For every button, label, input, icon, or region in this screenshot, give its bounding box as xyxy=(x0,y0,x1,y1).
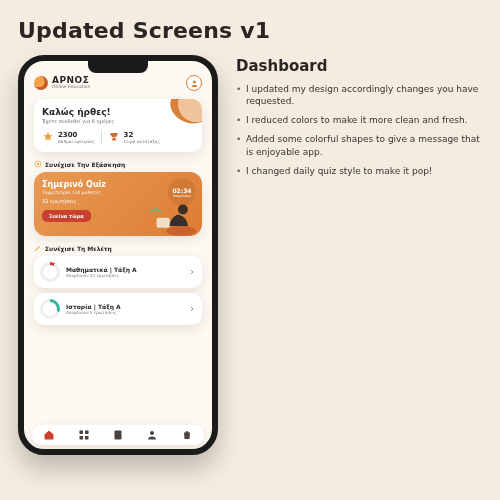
svg-point-5 xyxy=(178,205,188,215)
avatar-button[interactable] xyxy=(186,75,202,91)
quiz-timer-label: απομένουν xyxy=(173,194,191,198)
tab-profile[interactable] xyxy=(145,428,159,442)
star-icon xyxy=(42,131,54,143)
home-icon xyxy=(43,429,55,441)
progress-ring: 30% xyxy=(40,299,60,319)
user-icon xyxy=(190,79,199,88)
profile-icon xyxy=(146,429,158,441)
side-bullet: Added some colorful shapes to give a mes… xyxy=(236,133,482,157)
section-study-label: Συνέχισε Τη Μελέτη xyxy=(45,245,112,252)
divider xyxy=(101,130,102,144)
side-panel: Dashboard I updated my design accordingl… xyxy=(236,55,482,184)
progress-pct: 30% xyxy=(40,299,60,319)
section-practice-label: Συνέχισε Την Εξάσκηση xyxy=(45,161,125,168)
screen: ΑΡΝΟΣ Online Education Καλώς ήρθες! Έχετ… xyxy=(24,61,212,449)
tab-notes[interactable] xyxy=(111,428,125,442)
svg-point-11 xyxy=(150,431,154,435)
phone-frame: ΑΡΝΟΣ Online Education Καλώς ήρθες! Έχετ… xyxy=(18,55,218,455)
svg-rect-4 xyxy=(156,218,169,228)
brand-sub: Online Education xyxy=(52,85,90,90)
study-sub: Απομένουν 12 ερωτήσεις xyxy=(66,273,182,278)
stat-xp-value: 2300 xyxy=(58,131,95,139)
svg-rect-7 xyxy=(85,431,89,435)
study-title: Ιστορία | Τάξη Α xyxy=(66,303,182,310)
study-row[interactable]: 30%Ιστορία | Τάξη ΑΑπομένουν 5 ερωτήσεις xyxy=(34,293,202,325)
stat-rank: 32 Σειρά κατάταξης xyxy=(108,131,160,144)
stage: ΑΡΝΟΣ Online Education Καλώς ήρθες! Έχετ… xyxy=(18,55,482,455)
welcome-sub: Έχετε συνδεθεί για 6 ημέρες xyxy=(42,118,194,124)
progress-ring: 8% xyxy=(40,262,60,282)
brand: ΑΡΝΟΣ Online Education xyxy=(34,76,90,90)
svg-rect-8 xyxy=(79,436,83,440)
stat-xp-label: Βαθμοί εμπειρίας xyxy=(58,139,95,144)
svg-point-0 xyxy=(193,80,196,83)
chevron-right-icon xyxy=(188,268,196,277)
section-practice: Συνέχισε Την Εξάσκηση xyxy=(34,160,202,168)
progress-pct: 8% xyxy=(40,262,60,282)
daily-quiz-card[interactable]: Σημερινό Quiz Συμμετείχαν 120 μαθητές 32… xyxy=(34,172,202,236)
svg-rect-6 xyxy=(79,431,83,435)
side-bullet: I changed daily quiz style to make it po… xyxy=(236,165,482,177)
side-heading: Dashboard xyxy=(236,57,482,75)
stat-rank-label: Σειρά κατάταξης xyxy=(124,139,160,144)
notes-icon xyxy=(112,429,124,441)
bag-icon xyxy=(181,429,193,441)
section-study: Συνέχισε Τη Μελέτη xyxy=(34,244,202,252)
chevron-right-icon xyxy=(188,305,196,314)
stat-rank-value: 32 xyxy=(124,131,160,139)
study-row[interactable]: 8%Μαθηματικά | Τάξη ΑΑπομένουν 12 ερωτήσ… xyxy=(34,256,202,288)
study-title: Μαθηματικά | Τάξη Α xyxy=(66,266,182,273)
trophy-icon xyxy=(108,131,120,143)
app-header: ΑΡΝΟΣ Online Education xyxy=(34,75,202,91)
stat-xp: 2300 Βαθμοί εμπειρίας xyxy=(42,131,95,144)
welcome-card: Καλώς ήρθες! Έχετε συνδεθεί για 6 ημέρες… xyxy=(34,99,202,152)
grid-icon xyxy=(78,429,90,441)
tab-grid[interactable] xyxy=(77,428,91,442)
tab-home[interactable] xyxy=(42,428,56,442)
svg-point-3 xyxy=(166,226,196,236)
welcome-stats: 2300 Βαθμοί εμπειρίας 32 Σειρά κατάταξης xyxy=(42,130,194,144)
tab-bag[interactable] xyxy=(180,428,194,442)
brand-logo-icon xyxy=(34,76,48,90)
study-list: 8%Μαθηματικά | Τάξη ΑΑπομένουν 12 ερωτήσ… xyxy=(34,256,202,325)
side-bullet: I reduced colors to make it more clean a… xyxy=(236,114,482,126)
side-bullets: I updated my design accordingly changes … xyxy=(236,83,482,177)
tab-bar xyxy=(32,425,204,445)
quiz-start-button[interactable]: Ξεκίνα τώρα xyxy=(42,210,91,222)
svg-rect-9 xyxy=(85,436,89,440)
svg-rect-10 xyxy=(114,431,121,440)
quiz-timer-value: 02:34 xyxy=(172,187,191,194)
target-icon xyxy=(34,160,42,168)
side-bullet: I updated my design accordingly changes … xyxy=(236,83,482,107)
pencil-icon xyxy=(34,244,42,252)
person-reading-icon xyxy=(148,198,198,236)
page-title: Updated Screens v1 xyxy=(18,18,482,43)
study-sub: Απομένουν 5 ερωτήσεις xyxy=(66,310,182,315)
svg-point-2 xyxy=(37,163,39,165)
